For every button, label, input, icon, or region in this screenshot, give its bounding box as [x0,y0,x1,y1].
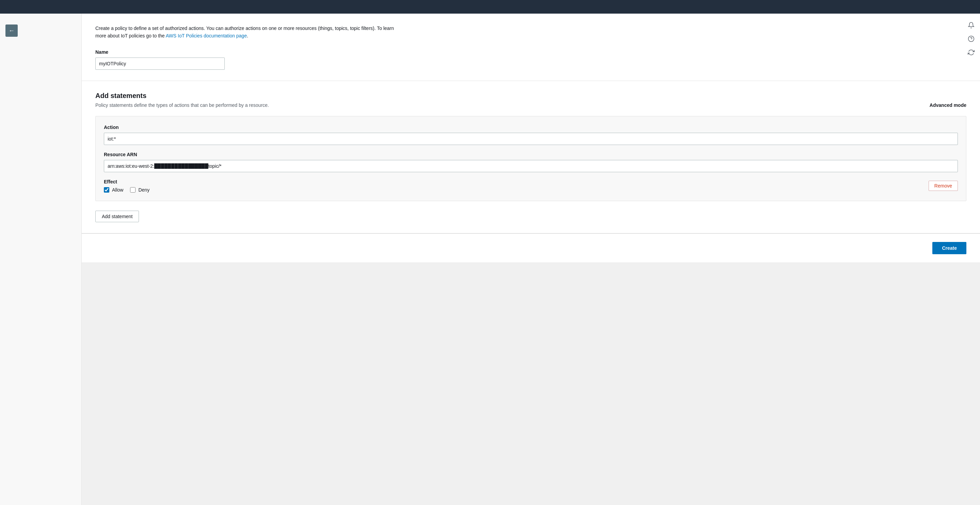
notifications-button[interactable] [965,20,977,32]
docs-link[interactable]: AWS IoT Policies documentation page [166,33,247,38]
effect-group: Effect Allow Deny [104,179,150,193]
deny-checkbox[interactable] [130,187,135,193]
back-arrow-icon: ← [8,27,14,34]
intro-text: Create a policy to define a set of autho… [95,24,402,40]
section-description-row: Policy statements define the types of ac… [95,102,966,108]
intro-text-part2: . [247,33,248,38]
resource-arn-input[interactable] [104,160,958,172]
effect-row: Effect Allow Deny Remove [104,179,958,193]
help-button[interactable] [965,33,977,46]
name-label: Name [95,49,966,55]
intro-section: Create a policy to define a set of autho… [82,14,980,81]
top-bar [0,0,980,14]
bell-icon [968,22,975,30]
help-icon [968,35,975,44]
action-input[interactable] [104,133,958,145]
allow-checkbox-label[interactable]: Allow [104,187,123,193]
add-statement-button[interactable]: Add statement [95,211,139,222]
deny-text: Deny [138,187,150,193]
sidebar: ← [0,14,82,505]
svg-point-0 [969,36,974,41]
sync-button[interactable] [965,47,977,59]
allow-checkbox[interactable] [104,187,109,193]
name-input[interactable] [95,57,225,70]
effect-label: Effect [104,179,150,184]
deny-checkbox-label[interactable]: Deny [130,187,150,193]
statement-card: Action Resource ARN Effect Allow [95,116,966,201]
name-field-group: Name [95,49,966,70]
footer-panel: Create [82,233,980,262]
advanced-mode-link[interactable]: Advanced mode [930,102,966,108]
action-label: Action [104,125,958,130]
allow-text: Allow [112,187,123,193]
create-button[interactable]: Create [932,242,966,254]
sync-icon [968,49,975,57]
right-icons-panel [962,17,980,62]
main-content: Create a policy to define a set of autho… [82,14,980,505]
statements-section: Add statements Policy statements define … [82,81,980,233]
back-button[interactable]: ← [5,24,18,37]
effect-checkboxes: Allow Deny [104,187,150,193]
section-description-text: Policy statements define the types of ac… [95,102,269,108]
section-title: Add statements [95,92,966,100]
resource-arn-label: Resource ARN [104,152,958,157]
remove-button[interactable]: Remove [929,181,958,191]
